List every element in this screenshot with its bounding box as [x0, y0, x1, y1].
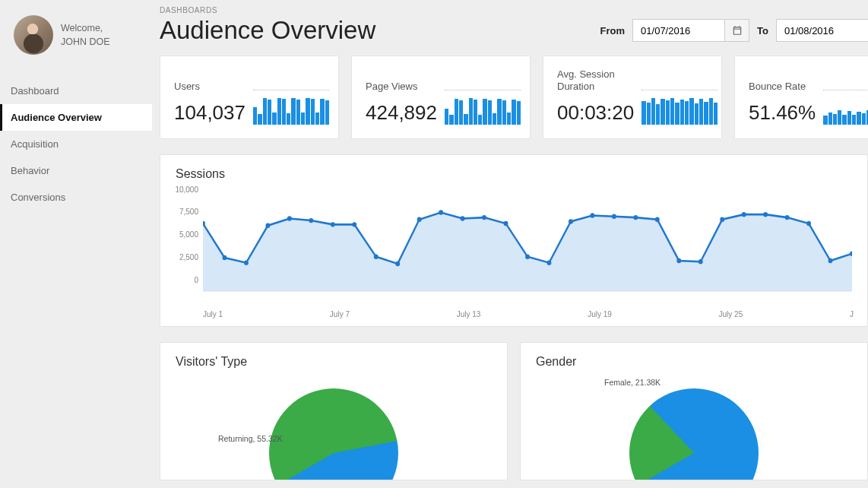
svg-point-22 — [655, 217, 660, 221]
visitors-type-pie — [269, 388, 398, 480]
kpi-value: 424,892 — [366, 101, 437, 125]
nav-item-audience-overview[interactable]: Audience Overview — [0, 104, 152, 131]
profile-text: Welcome, JOHN DOE — [61, 21, 110, 49]
kpi-sparkline — [445, 90, 521, 125]
header: DASHBOARDS Audience Overview From To — [160, 6, 868, 45]
avatar[interactable] — [14, 15, 53, 55]
from-date-field[interactable] — [632, 19, 749, 42]
kpi-card-1: Page Views424,892 — [351, 55, 531, 139]
kpi-sparkline — [253, 90, 329, 125]
nav: DashboardAudience OverviewAcquisitionBeh… — [0, 78, 152, 211]
nav-item-conversions[interactable]: Conversions — [0, 184, 152, 211]
svg-point-16 — [525, 254, 530, 258]
kpi-card-2: Avg. Session Duration00:03:20 — [543, 55, 722, 139]
nav-item-dashboard[interactable]: Dashboard — [0, 78, 152, 104]
page-title: Audience Overview — [160, 16, 375, 45]
kpi-value: 00:03:20 — [557, 101, 634, 125]
kpi-card-3: Bounce Rate51.46% — [734, 55, 868, 139]
svg-point-30 — [828, 258, 833, 262]
to-date-input[interactable] — [777, 20, 868, 41]
user-name: JOHN DOE — [61, 35, 110, 49]
svg-point-23 — [676, 258, 681, 262]
kpi-sparkline — [641, 90, 718, 125]
kpi-value: 51.46% — [749, 101, 816, 125]
gender-panel: Gender Female, 21.38K — [520, 342, 868, 480]
sidebar: Welcome, JOHN DOE DashboardAudience Over… — [0, 0, 152, 488]
gender-title: Gender — [536, 355, 852, 369]
svg-point-8 — [352, 222, 356, 227]
kpi-row: Users104,037Page Views424,892Avg. Sessio… — [160, 55, 868, 139]
svg-point-11 — [417, 217, 422, 221]
svg-point-5 — [287, 216, 292, 220]
kpi-label: Bounce Rate — [749, 81, 816, 93]
svg-point-27 — [763, 211, 768, 216]
kpi-label: Users — [174, 81, 246, 93]
date-range: From To — [600, 19, 868, 45]
svg-point-13 — [461, 216, 465, 220]
svg-point-2 — [223, 255, 227, 259]
svg-point-19 — [590, 213, 594, 217]
visitors-type-panel: Visitors' Type Returning, 55.32K — [160, 342, 508, 480]
kpi-sparkline — [823, 90, 868, 125]
svg-point-15 — [504, 220, 508, 225]
sessions-panel: Sessions 10,0007,5005,0002,5000 July 1Ju… — [160, 154, 868, 327]
svg-point-12 — [439, 210, 443, 214]
svg-point-25 — [720, 217, 724, 221]
svg-point-9 — [374, 254, 379, 258]
svg-point-14 — [482, 214, 486, 219]
calendar-icon[interactable] — [724, 20, 749, 41]
kpi-card-0: Users104,037 — [160, 55, 339, 139]
from-label: From — [600, 25, 626, 36]
svg-point-24 — [699, 259, 703, 264]
svg-point-21 — [633, 214, 638, 219]
svg-point-29 — [806, 220, 811, 225]
sessions-title: Sessions — [176, 167, 852, 181]
kpi-label: Page Views — [366, 81, 437, 93]
svg-point-28 — [785, 214, 790, 219]
svg-point-4 — [265, 223, 270, 227]
breadcrumb: DASHBOARDS — [160, 6, 375, 14]
to-label: To — [757, 25, 768, 36]
kpi-label: Avg. Session Duration — [557, 68, 634, 93]
svg-point-20 — [612, 214, 616, 218]
from-date-input[interactable] — [633, 20, 724, 41]
welcome-label: Welcome, — [61, 21, 110, 35]
visitors-type-title: Visitors' Type — [176, 355, 492, 369]
kpi-value: 104,037 — [174, 101, 246, 125]
svg-point-6 — [309, 217, 313, 222]
to-date-field[interactable] — [776, 19, 868, 42]
main: DASHBOARDS Audience Overview From To Use… — [152, 0, 868, 488]
svg-point-3 — [244, 260, 249, 265]
visitors-type-label: Returning, 55.32K — [218, 434, 283, 443]
svg-point-18 — [569, 219, 573, 223]
gender-label: Female, 21.38K — [604, 378, 661, 387]
svg-point-26 — [742, 211, 746, 216]
nav-item-behavior[interactable]: Behavior — [0, 157, 152, 184]
svg-point-10 — [395, 261, 400, 265]
gender-pie — [629, 388, 759, 480]
svg-point-7 — [331, 222, 335, 227]
svg-point-17 — [547, 260, 552, 265]
nav-item-acquisition[interactable]: Acquisition — [0, 131, 152, 157]
sessions-chart: 10,0007,5005,0002,5000 — [203, 185, 852, 307]
profile-block: Welcome, JOHN DOE — [0, 9, 152, 70]
